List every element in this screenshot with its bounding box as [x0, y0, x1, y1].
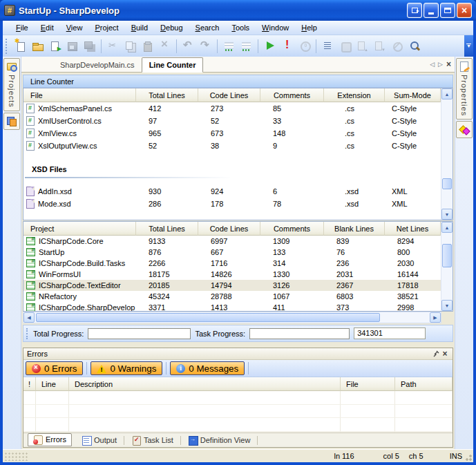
column-header-code-lines[interactable]: Code Lines — [198, 222, 260, 236]
copy-icon[interactable] — [122, 37, 139, 55]
toolbar-overflow-button[interactable]: ▼ — [464, 35, 473, 57]
column-header-severity[interactable]: ! — [23, 377, 36, 391]
menu-view[interactable]: View — [60, 21, 89, 34]
region-icon[interactable] — [336, 37, 354, 55]
NRefactory[interactable]: NRefactory 45324 28788 1067 6803 38521 — [23, 291, 441, 302]
paste-icon[interactable] — [139, 37, 156, 55]
filter-button[interactable]: 0 Errors — [26, 361, 83, 375]
AddIn.xsd[interactable]: AddIn.xsd 930 924 6 .xsd XML — [23, 185, 441, 198]
save-icon[interactable] — [64, 37, 81, 55]
open-document-icon[interactable] — [46, 37, 64, 55]
save-all-icon[interactable] — [81, 37, 98, 55]
scrollbar-thumb[interactable] — [442, 178, 452, 189]
maximize-button[interactable] — [440, 3, 455, 18]
menu-help[interactable]: Help — [295, 21, 323, 34]
scroll-up-icon[interactable]: ▲ — [441, 88, 453, 99]
column-header-line[interactable]: Line — [36, 377, 69, 391]
scrollbar-thumb[interactable] — [442, 244, 452, 267]
scroll-down-icon[interactable]: ▼ — [441, 300, 453, 311]
scroll-up-icon[interactable]: ▲ — [441, 222, 453, 233]
tab-scroll-right-icon[interactable]: ▷ — [438, 61, 443, 68]
column-header-sum-mode[interactable]: Sum-Mode — [385, 88, 441, 102]
ICSharpCode.Core[interactable]: ICSharpCode.Core 9133 6997 1309 839 8294 — [23, 236, 441, 247]
ICSharpCode.TextEditor[interactable]: ICSharpCode.TextEditor 20185 14794 3126 … — [23, 280, 441, 291]
scroll-right-icon[interactable]: ▶ — [430, 312, 441, 323]
column-header-blank-lines[interactable]: Blank Lines — [324, 222, 385, 236]
sidebar-tab-projects[interactable]: Projects — [3, 58, 20, 111]
column-header-code-lines[interactable]: Code Lines — [198, 88, 260, 102]
menu-window[interactable]: Window — [256, 21, 295, 34]
profile-icon[interactable] — [296, 37, 313, 55]
scrollbar-thumb[interactable] — [36, 313, 380, 322]
projects-table-vertical-scrollbar[interactable]: ▲ ▼ — [441, 222, 453, 311]
XmlView.cs[interactable]: XmlView.cs 965 673 148 .cs C-Style — [23, 127, 441, 140]
pin-icon[interactable] — [430, 349, 440, 359]
undo-icon[interactable] — [180, 37, 197, 55]
ICSharpCode.SharpDevelop[interactable]: ICSharpCode.SharpDevelop 3371 1413 411 3… — [23, 302, 441, 311]
redo-icon[interactable] — [197, 37, 214, 55]
errors-close-icon[interactable]: × — [440, 349, 450, 359]
XslOutputView.cs[interactable]: XslOutputView.cs 52 38 9 .cs C-Style — [23, 140, 441, 152]
stop-build-icon[interactable] — [278, 37, 296, 55]
menu-search[interactable]: Search — [189, 21, 226, 34]
next-bookmark-icon[interactable] — [371, 37, 388, 55]
filter-button[interactable]: 0 Warnings — [91, 361, 162, 375]
menu-edit[interactable]: Edit — [35, 21, 60, 34]
WinFormsUI[interactable]: WinFormsUI 18175 14826 1330 2031 16144 — [23, 269, 441, 280]
column-header-description[interactable]: Description — [69, 377, 341, 391]
sidebar-tab-toolbox[interactable] — [456, 121, 473, 138]
clear-bookmarks-icon[interactable] — [388, 37, 406, 55]
scroll-left-icon[interactable]: ◀ — [23, 312, 35, 323]
menu-debug[interactable]: Debug — [154, 21, 189, 34]
tab-line-counter[interactable]: Line Counter — [142, 57, 204, 73]
resize-grip[interactable] — [464, 453, 473, 462]
bottom-tab[interactable]: Output — [77, 435, 122, 446]
XmlSchemasPanel.cs[interactable]: XmlSchemasPanel.cs 412 273 85 .cs C-Styl… — [23, 102, 441, 115]
close-button[interactable]: × — [457, 3, 472, 18]
filter-button[interactable]: 0 Messages — [170, 361, 245, 375]
files-table-vertical-scrollbar[interactable]: ▲ ▼ — [441, 88, 453, 220]
sidebar-tab-properties[interactable]: Properties — [456, 58, 473, 120]
XmlUserControl.cs[interactable]: XmlUserControl.cs 97 52 33 .cs C-Style — [23, 115, 441, 127]
column-header-net-lines[interactable]: Net Lines — [385, 222, 441, 236]
comment-region-icon[interactable] — [220, 37, 238, 55]
StartUp[interactable]: StartUp 876 667 133 76 800 — [23, 247, 441, 258]
column-header-total-lines[interactable]: Total Lines — [136, 222, 198, 236]
column-header-file[interactable]: File — [23, 88, 136, 102]
bottom-tab[interactable]: Task List — [126, 435, 178, 446]
menu-tools[interactable]: Tools — [225, 21, 256, 34]
bottom-tab[interactable]: Definition View — [183, 435, 256, 446]
search-icon[interactable] — [406, 37, 423, 55]
column-header-comments[interactable]: Comments — [260, 88, 324, 102]
new-file-icon[interactable] — [12, 37, 29, 55]
float-window-button[interactable] — [407, 3, 422, 18]
projects-table-horizontal-scrollbar[interactable]: ◀ ▶ — [23, 312, 441, 323]
menu-file[interactable]: File — [10, 21, 35, 34]
column-header-file[interactable]: File — [341, 377, 395, 391]
scroll-down-icon[interactable]: ▼ — [441, 209, 453, 220]
column-header-comments[interactable]: Comments — [260, 222, 324, 236]
format-lines-icon[interactable] — [319, 37, 336, 55]
column-header-project[interactable]: Project — [23, 222, 136, 236]
title-bar[interactable]: # StartUp - SharpDevelop × — [0, 0, 476, 21]
tab-close-icon[interactable]: × — [446, 59, 451, 69]
run-icon[interactable] — [261, 37, 278, 55]
toolbar-grip[interactable] — [6, 39, 9, 54]
menu-build[interactable]: Build — [125, 21, 154, 34]
column-header-path[interactable]: Path — [395, 377, 453, 391]
column-header-total-lines[interactable]: Total Lines — [136, 88, 198, 102]
delete-icon[interactable] — [156, 37, 173, 55]
open-file-icon[interactable] — [29, 37, 46, 55]
bottom-tab[interactable]: Errors — [28, 433, 72, 446]
ICSharpCode.Build.Tasks[interactable]: ICSharpCode.Build.Tasks 2266 1716 314 23… — [23, 258, 441, 269]
tab-scroll-left-icon[interactable]: ◁ — [430, 61, 435, 68]
sidebar-tab-classes[interactable] — [3, 113, 20, 130]
tab-sharpdevelopmain-cs[interactable]: SharpDevelopMain.cs — [53, 58, 142, 72]
minimize-button[interactable] — [423, 3, 439, 18]
uncomment-region-icon[interactable] — [238, 37, 255, 55]
progress-grip[interactable] — [26, 328, 29, 339]
menu-project[interactable]: Project — [88, 21, 124, 34]
cut-icon[interactable] — [104, 37, 122, 55]
previous-bookmark-icon[interactable] — [354, 37, 371, 55]
Mode.xsd[interactable]: Mode.xsd 286 178 78 .xsd XML — [23, 198, 441, 210]
